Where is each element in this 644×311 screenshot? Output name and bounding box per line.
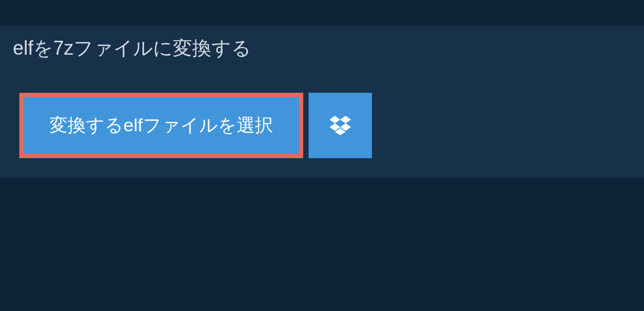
dropbox-icon: [330, 116, 351, 135]
button-row: 変換するelfファイルを選択: [0, 93, 644, 158]
converter-panel: elfを7zファイルに変換する 変換するelfファイルを選択: [0, 26, 644, 177]
select-file-button-label: 変換するelfファイルを選択: [49, 113, 273, 138]
select-file-button[interactable]: 変換するelfファイルを選択: [19, 93, 303, 158]
page-title: elfを7zファイルに変換する: [0, 26, 266, 73]
dropbox-button[interactable]: [309, 93, 372, 158]
